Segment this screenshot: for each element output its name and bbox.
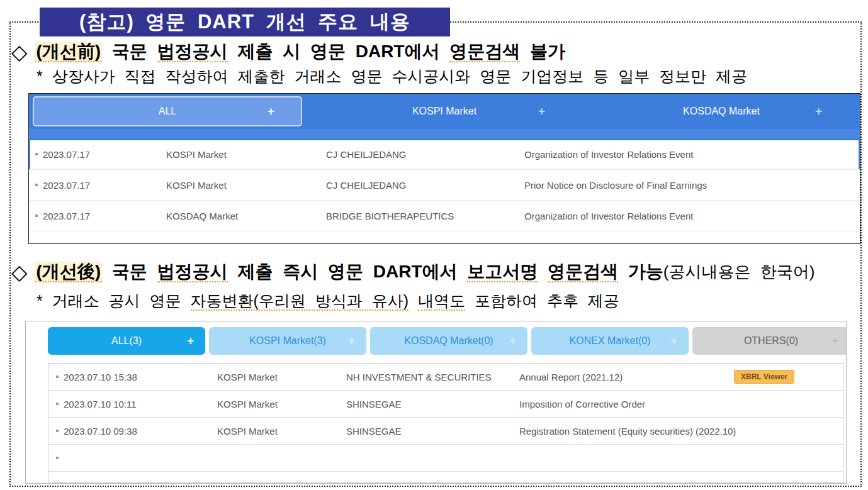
xbrl-viewer-button[interactable]: XBRL Viewer (734, 370, 794, 384)
plus-icon[interactable]: + (348, 335, 355, 348)
row-date: 2023.07.10 15:38 (64, 372, 137, 382)
bullet-icon (56, 376, 59, 378)
tab-kospi-market[interactable]: KOSPI Market(3) + (209, 327, 366, 355)
tab-konex-market[interactable]: KONEX Market(0) + (531, 327, 689, 355)
bullet-icon (56, 430, 59, 432)
tab-kospi-label: KOSPI Market (412, 106, 476, 117)
table-row[interactable]: 2023.07.10 10:11 KOSPI Market SHINSEGAE … (48, 391, 843, 418)
table-row-empty (48, 445, 843, 472)
table-row-partial (48, 472, 843, 483)
slide-title: (참고) 영문 DART 개선 주요 내용 (40, 8, 450, 36)
diamond-icon: ◇ (11, 262, 27, 282)
tab-others[interactable]: OTHERS(0) + (692, 327, 847, 355)
row-market: KOSPI Market (217, 372, 278, 382)
tab-kosdaq-market[interactable]: KOSDAQ Market(0) + (370, 327, 527, 355)
row-market: KOSPI Market (166, 149, 227, 160)
disclosure-table-after: ALL(3) + KOSPI Market(3) + KOSDAQ Market… (25, 321, 847, 484)
table-after-list: 2023.07.10 15:38 KOSPI Market NH INVESTM… (48, 363, 843, 483)
footnote-after: * 거래소 공시 영문 자동변환(우리원 방식과 유사) 내역도 포함하여 추후… (37, 291, 619, 311)
section-heading-before: ◇ (개선前) 국문 법정공시 제출 시 영문 DART에서 영문검색 불가 (11, 40, 565, 64)
row-market: KOSPI Market (166, 180, 227, 191)
table-row[interactable]: 2023.07.10 09:38 KOSPI Market SHINSEGAE … (48, 418, 843, 445)
tab-kosdaq-label: KOSDAQ Market (683, 106, 760, 117)
plus-icon[interactable]: + (815, 104, 822, 118)
plus-icon[interactable]: + (268, 104, 274, 118)
plus-icon[interactable]: + (670, 335, 677, 348)
tab-kosdaq-market[interactable]: KOSDAQ Market + (583, 94, 860, 129)
section-heading-after: ◇ (개선後) 국문 법정공시 제출 즉시 영문 DART에서 보고서명 영문검… (11, 260, 814, 284)
diamond-icon: ◇ (11, 42, 27, 62)
table-after-tabbar: ALL(3) + KOSPI Market(3) + KOSDAQ Market… (48, 327, 847, 355)
bullet-icon (56, 403, 59, 405)
row-title: Annual Report (2021.12) (519, 372, 623, 382)
plus-icon[interactable]: + (187, 335, 194, 348)
tab-kospi-label: KOSPI Market(3) (249, 335, 326, 347)
table-row[interactable]: 2023.07.17 KOSDAQ Market BRIDGE BIOTHERA… (29, 201, 860, 231)
row-date: 2023.07.17 (43, 149, 90, 160)
row-company: NH INVESTMENT & SECURITIES (346, 372, 492, 382)
footnote-before: * 상장사가 직접 작성하여 제출한 거래소 영문 수시공시와 영문 기업정보 … (37, 66, 747, 87)
tab-others-label: OTHERS(0) (744, 335, 798, 347)
bullet-icon (35, 153, 38, 155)
table-row[interactable]: 2023.07.17 KOSPI Market CJ CHEILJEDANG O… (29, 139, 860, 170)
table-before-header: ALL + KOSPI Market + KOSDAQ Market + (29, 94, 860, 129)
tab-all-label: ALL(3) (111, 335, 142, 347)
plus-icon[interactable]: + (509, 335, 516, 348)
table-row-partial (29, 231, 860, 244)
table-row[interactable]: 2023.07.10 15:38 KOSPI Market NH INVESTM… (48, 364, 843, 391)
tab-kospi-market[interactable]: KOSPI Market + (306, 94, 583, 129)
slide-title-text: (참고) 영문 DART 개선 주요 내용 (79, 9, 410, 35)
tab-kosdaq-label: KOSDAQ Market(0) (404, 335, 493, 347)
tab-all-inner[interactable]: ALL + (33, 96, 302, 126)
row-company: CJ CHEILJEDANG (326, 180, 407, 191)
tab-all-label: ALL (159, 106, 176, 117)
row-company: CJ CHEILJEDANG (326, 149, 407, 160)
row-market: KOSDAQ Market (166, 211, 238, 221)
table-row[interactable]: 2023.07.17 KOSPI Market CJ CHEILJEDANG P… (29, 170, 860, 201)
row-company: SHINSEGAE (346, 426, 402, 437)
row-date: 2023.07.17 (43, 180, 90, 191)
row-title: Prior Notice on Disclosure of Final Earn… (524, 180, 707, 191)
row-title: Organization of Investor Relations Event (524, 149, 693, 160)
row-company: BRIDGE BIOTHERAPEUTICS (326, 211, 454, 221)
highlight-before-label: (개선前) (35, 42, 102, 62)
row-market: KOSPI Market (217, 426, 278, 437)
tab-all[interactable]: ALL + (29, 94, 306, 129)
heading-after-parenthetical: (공시내용은 한국어) (663, 262, 815, 281)
heading-after-text: (개선後) 국문 법정공시 제출 즉시 영문 DART에서 보고서명 영문검색 … (35, 260, 814, 284)
table-before-subheader-strip (29, 129, 860, 139)
bullet-icon (56, 457, 59, 459)
bullet-icon (35, 184, 38, 186)
row-title: Organization of Investor Relations Event (524, 211, 693, 221)
row-date: 2023.07.17 (43, 211, 90, 221)
plus-icon[interactable]: + (831, 335, 838, 348)
row-title: Imposition of Corrective Order (519, 399, 645, 409)
row-date: 2023.07.10 10:11 (64, 399, 137, 409)
row-title: Registration Statement (Equity securitie… (519, 426, 736, 437)
tab-konex-label: KONEX Market(0) (570, 335, 651, 347)
tab-all[interactable]: ALL(3) + (48, 327, 205, 355)
disclosure-table-before: ALL + KOSPI Market + KOSDAQ Market + 202… (28, 93, 860, 244)
bullet-icon (35, 214, 38, 217)
plus-icon[interactable]: + (538, 104, 545, 118)
row-company: SHINSEGAE (346, 399, 402, 409)
heading-before-text: (개선前) 국문 법정공시 제출 시 영문 DART에서 영문검색 불가 (35, 40, 565, 64)
row-date: 2023.07.10 09:38 (64, 426, 137, 437)
highlight-after-label: (개선後) (35, 262, 102, 282)
row-market: KOSPI Market (217, 399, 278, 409)
